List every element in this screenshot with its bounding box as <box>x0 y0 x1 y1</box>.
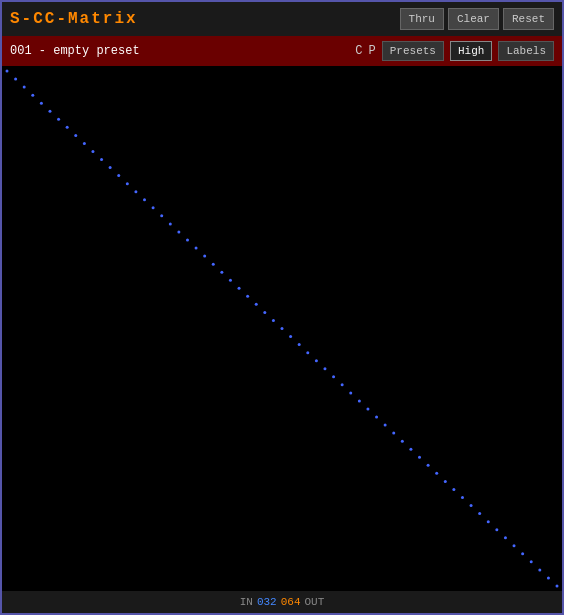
letter-c[interactable]: C <box>355 44 362 58</box>
thru-button[interactable]: Thru <box>400 8 444 30</box>
clear-button[interactable]: Clear <box>448 8 499 30</box>
presets-button[interactable]: Presets <box>382 41 444 61</box>
matrix-canvas[interactable] <box>2 66 562 591</box>
header-bar: S-CC-Matrix Thru Clear Reset <box>2 2 562 36</box>
letter-p[interactable]: P <box>369 44 376 58</box>
high-button[interactable]: High <box>450 41 492 61</box>
matrix-area[interactable] <box>2 66 562 591</box>
preset-name: 001 - empty preset <box>10 44 140 58</box>
app-title: S-CC-Matrix <box>10 10 138 28</box>
out-value: 064 <box>281 596 301 608</box>
reset-button[interactable]: Reset <box>503 8 554 30</box>
in-value: 032 <box>257 596 277 608</box>
preset-controls: C P Presets High Labels <box>355 41 554 61</box>
in-label: IN <box>240 596 253 608</box>
app-container: S-CC-Matrix Thru Clear Reset 001 - empty… <box>0 0 564 615</box>
header-buttons: Thru Clear Reset <box>400 8 554 30</box>
out-label: OUT <box>305 596 325 608</box>
bottom-bar: IN 032 064 OUT <box>2 591 562 613</box>
labels-button[interactable]: Labels <box>498 41 554 61</box>
preset-bar: 001 - empty preset C P Presets High Labe… <box>2 36 562 66</box>
